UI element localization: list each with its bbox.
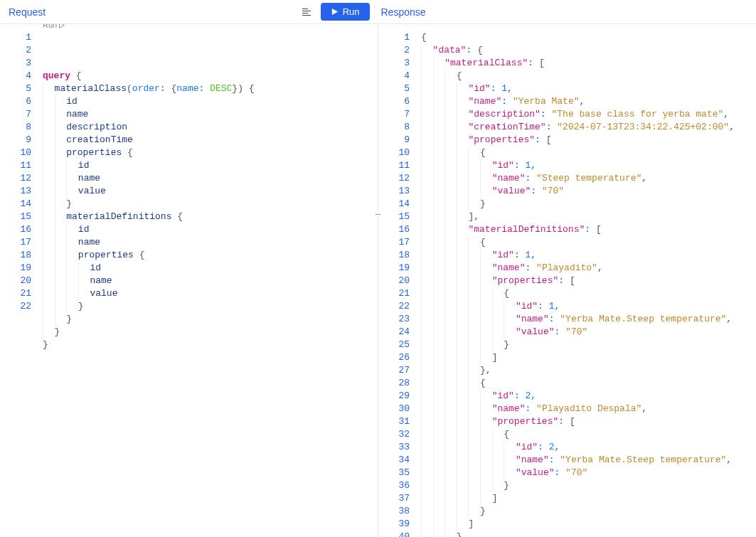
header-right: Response: [376, 6, 748, 18]
line-number: 13: [0, 185, 31, 198]
line-number: 19: [0, 262, 31, 275]
line-number: 8: [0, 121, 31, 134]
line-number: 20: [0, 275, 31, 287]
run-hint[interactable]: Run: [43, 24, 65, 31]
line-number: 27: [378, 364, 410, 377]
response-viewer[interactable]: { "data": { "materialClass": [ { "id": 1…: [421, 24, 756, 537]
line-number: 11: [378, 159, 410, 172]
line-number: 22: [0, 300, 31, 313]
line-number: 23: [378, 313, 410, 326]
line-number: 37: [378, 492, 410, 505]
line-number: 9: [378, 134, 410, 147]
line-number: 26: [378, 351, 410, 364]
line-number: 32: [378, 428, 410, 441]
run-button-label: Run: [343, 6, 360, 17]
response-pane: 1234567891011121314151617181920212223242…: [378, 24, 756, 537]
line-number: 1: [378, 31, 410, 44]
line-number: 17: [0, 236, 31, 249]
line-number: 36: [378, 479, 410, 492]
line-number: 3: [378, 57, 410, 70]
line-number: 10: [0, 147, 31, 159]
line-number: 16: [378, 223, 410, 236]
request-line-gutter: 12345678910111213141516171819202122: [0, 24, 43, 537]
line-number: 30: [378, 403, 410, 415]
line-number: 8: [378, 121, 410, 134]
line-number: 3: [0, 57, 31, 70]
request-editor[interactable]: Run query { materialClass(order: {name: …: [43, 24, 378, 537]
line-number: 1: [0, 31, 31, 44]
line-number: 20: [378, 275, 410, 287]
line-number: 10: [378, 147, 410, 159]
line-number: 14: [0, 198, 31, 211]
line-number: 11: [0, 159, 31, 172]
play-icon: [331, 8, 339, 16]
line-number: 22: [378, 300, 410, 313]
line-number: 14: [378, 198, 410, 211]
response-tab[interactable]: Response: [381, 6, 426, 18]
response-line-gutter: 1234567891011121314151617181920212223242…: [378, 24, 421, 537]
format-icon[interactable]: [298, 4, 315, 21]
line-number: 7: [378, 108, 410, 121]
line-number: 7: [0, 108, 31, 121]
line-number: 5: [0, 83, 31, 95]
line-number: 9: [0, 134, 31, 147]
line-number: 40: [378, 531, 410, 537]
line-number: 19: [378, 262, 410, 275]
line-number: 18: [378, 249, 410, 262]
line-number: 12: [378, 172, 410, 185]
line-number: 4: [0, 70, 31, 83]
line-number: 21: [378, 287, 410, 300]
line-number: 28: [378, 377, 410, 390]
line-number: 13: [378, 185, 410, 198]
line-number: 16: [0, 223, 31, 236]
request-tab[interactable]: Request: [9, 6, 46, 18]
line-number: 31: [378, 415, 410, 428]
line-number: 34: [378, 454, 410, 467]
line-number: 15: [378, 211, 410, 223]
line-number: 17: [378, 236, 410, 249]
line-number: 2: [0, 44, 31, 57]
line-number: 18: [0, 249, 31, 262]
line-number: 6: [0, 95, 31, 108]
line-number: 6: [378, 95, 410, 108]
line-number: 39: [378, 518, 410, 531]
line-number: 29: [378, 390, 410, 403]
line-number: 2: [378, 44, 410, 57]
run-button[interactable]: Run: [321, 3, 370, 21]
play-small-icon: [58, 24, 65, 28]
line-number: 21: [0, 287, 31, 300]
line-number: 15: [0, 211, 31, 223]
line-number: 24: [378, 326, 410, 339]
request-pane: 12345678910111213141516171819202122 Run …: [0, 24, 378, 537]
line-number: 25: [378, 339, 410, 351]
line-number: 4: [378, 70, 410, 83]
line-number: 35: [378, 467, 410, 479]
header-bar: Request Run Response: [0, 0, 756, 24]
header-actions: Run: [298, 3, 370, 21]
line-number: 5: [378, 83, 410, 95]
split-panes: 12345678910111213141516171819202122 Run …: [0, 24, 756, 537]
line-number: 12: [0, 172, 31, 185]
line-number: 33: [378, 441, 410, 454]
header-left: Request Run: [9, 3, 376, 21]
line-number: 38: [378, 505, 410, 518]
